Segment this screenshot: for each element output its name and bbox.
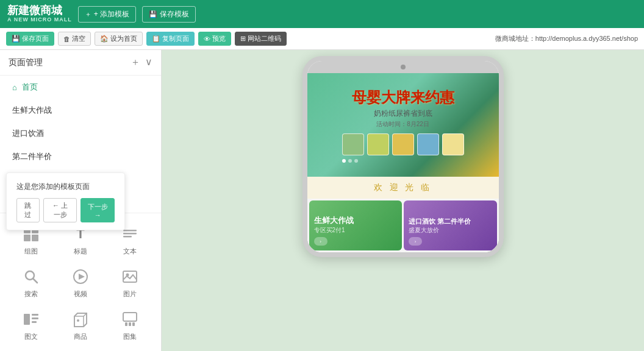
arrow-right-icon: › — [320, 239, 321, 244]
widget-video-label: 视频 — [74, 289, 87, 299]
sidebar-title: 页面管理 — [9, 57, 131, 68]
preview-button[interactable]: 👁 预览 — [198, 32, 231, 46]
banner-date: 活动时间：8月22日 — [342, 120, 464, 129]
svg-rect-3 — [32, 235, 38, 241]
widget-graphic-text[interactable]: 图文 — [14, 305, 48, 345]
banner: 母婴大牌来约惠 奶粉纸尿裤省到底 活动时间：8月22日 — [307, 73, 499, 177]
widget-image[interactable]: 图片 — [113, 262, 147, 302]
page-item-label: 第二件半价 — [12, 151, 52, 162]
widget-video[interactable]: 视频 — [63, 262, 98, 302]
product-icon — [70, 308, 91, 330]
graphic-text-icon — [20, 308, 42, 330]
page-item-drinks[interactable]: 进口饮酒 — [0, 122, 161, 145]
qr-icon: ⊞ — [240, 35, 246, 43]
widget-row-3: 图文 商品 — [0, 303, 161, 346]
svg-rect-2 — [24, 235, 30, 241]
qr-code-button[interactable]: ⊞ 网站二维码 — [235, 32, 287, 46]
logo: 新建微商城 A NEW MICRO MALL — [7, 5, 72, 23]
preview-label: 预览 — [212, 34, 226, 43]
page-item-label: 进口饮酒 — [12, 128, 44, 139]
dot-1 — [342, 159, 346, 163]
phone-camera — [401, 65, 406, 69]
svg-rect-20 — [129, 322, 131, 326]
set-home-label: 设为首页 — [110, 34, 137, 43]
tooltip-text: 这是您添加的模板页面 — [16, 182, 115, 192]
cat1-btn: › — [314, 237, 327, 246]
save-icon: 💾 — [149, 10, 157, 18]
widget-product-label: 商品 — [74, 332, 87, 341]
svg-rect-18 — [123, 313, 137, 321]
preview-area: 母婴大牌来约惠 奶粉纸尿裤省到底 活动时间：8月22日 — [162, 50, 644, 351]
header: 新建微商城 A NEW MICRO MALL ＋ + 添加模板 💾 保存模板 — [0, 0, 644, 28]
svg-rect-5 — [123, 233, 137, 235]
svg-rect-14 — [32, 314, 38, 316]
svg-rect-6 — [123, 236, 132, 238]
widget-image-label: 图片 — [123, 289, 137, 299]
clear-label: 清空 — [72, 34, 85, 43]
add-template-button[interactable]: ＋ + 添加模板 — [78, 6, 136, 23]
set-home-button[interactable]: 🏠 设为首页 — [95, 32, 143, 46]
page-item-home[interactable]: ⌂ 首页 — [0, 76, 161, 99]
search-icon — [20, 266, 42, 288]
widget-graphic-text-label: 图文 — [24, 332, 38, 341]
svg-line-8 — [33, 279, 37, 283]
cat1-sub: 专区买2付1 — [314, 226, 398, 235]
clear-button[interactable]: 🗑 清空 — [58, 32, 91, 46]
svg-rect-21 — [132, 322, 135, 326]
shop-url: 微商城地址：http://demoplus.a.dyy365.net/shop — [495, 34, 638, 43]
widget-gallery[interactable]: 图集 — [113, 305, 147, 345]
tooltip-buttons: 跳过 ← 上一步 下一步 → — [16, 198, 115, 222]
tooltip-popup: 这是您添加的模板页面 跳过 ← 上一步 下一步 → — [6, 172, 125, 230]
expand-icon[interactable]: ∨ — [145, 56, 152, 69]
sidebar-header: 页面管理 ＋ ∨ — [0, 50, 161, 76]
qr-label: 网站二维码 — [248, 34, 281, 43]
image-icon — [119, 266, 141, 288]
phone-content: 母婴大牌来约惠 奶粉纸尿裤省到底 活动时间：8月22日 — [307, 73, 499, 252]
widget-text-label: 文本 — [123, 247, 137, 256]
page-item-label: 首页 — [22, 82, 38, 93]
tooltip-next-button[interactable]: 下一步 → — [80, 198, 115, 222]
svg-rect-19 — [125, 322, 127, 326]
save-template-label: 保存模板 — [160, 9, 189, 20]
phone-frame: 母婴大牌来约惠 奶粉纸尿裤省到底 活动时间：8月22日 — [302, 56, 504, 257]
sidebar-actions: ＋ ∨ — [131, 56, 152, 69]
category-fresh: 生鲜大作战 专区买2付1 › — [309, 200, 402, 250]
gallery-icon — [119, 308, 141, 330]
banner-sub: 奶粉纸尿裤省到底 — [342, 108, 464, 119]
page-item-label: 生鲜大作战 — [12, 105, 52, 116]
widget-search[interactable]: 搜索 — [14, 262, 48, 302]
svg-rect-4 — [123, 230, 137, 232]
tooltip-skip-button[interactable]: 跳过 — [16, 198, 40, 222]
add-template-label: + 添加模板 — [94, 9, 129, 20]
page-item-half-price[interactable]: 第二件半价 — [0, 145, 161, 168]
cat2-title: 进口酒饮 第二件半价 — [409, 217, 492, 226]
widget-product[interactable]: 商品 — [63, 305, 98, 345]
home-page-icon: ⌂ — [12, 83, 17, 92]
copy-icon: 📋 — [152, 35, 160, 43]
welcome-text: 欢 迎 光 临 — [374, 182, 432, 193]
widget-bar: 组图 T 标题 文本 — [0, 213, 161, 351]
trash-icon: 🗑 — [63, 35, 70, 43]
svg-marker-10 — [79, 274, 85, 280]
home-icon: 🏠 — [100, 35, 109, 43]
page-item-fresh[interactable]: 生鲜大作战 — [0, 99, 161, 122]
save-template-button[interactable]: 💾 保存模板 — [142, 6, 196, 23]
add-page-icon[interactable]: ＋ — [131, 56, 140, 69]
eye-icon: 👁 — [204, 35, 210, 43]
widget-gallery-label: 图集 — [123, 332, 137, 341]
sidebar: 页面管理 ＋ ∨ ⌂ 首页 生鲜大作战 进口饮酒 第二件半价 这是您添加的模板页… — [0, 50, 162, 351]
video-icon — [70, 266, 91, 288]
cat1-title: 生鲜大作战 — [314, 215, 398, 226]
banner-title: 母婴大牌来约惠 — [342, 88, 464, 107]
save-page-label: 保存页面 — [22, 34, 49, 43]
widget-row-2: 搜索 视频 — [0, 261, 161, 303]
save-page-button[interactable]: 💾 保存页面 — [6, 32, 54, 46]
widget-search-label: 搜索 — [24, 289, 38, 299]
svg-rect-13 — [24, 314, 30, 325]
tooltip-prev-button[interactable]: ← 上一步 — [43, 198, 77, 222]
copy-page-label: 复制页面 — [162, 34, 189, 43]
category-grid: 生鲜大作战 专区买2付1 › 进口酒饮 第二件半价 盛夏大放价 › — [307, 199, 499, 252]
copy-page-button[interactable]: 📋 复制页面 — [146, 32, 195, 46]
dot-2 — [348, 159, 352, 163]
phone-notch — [307, 61, 499, 73]
